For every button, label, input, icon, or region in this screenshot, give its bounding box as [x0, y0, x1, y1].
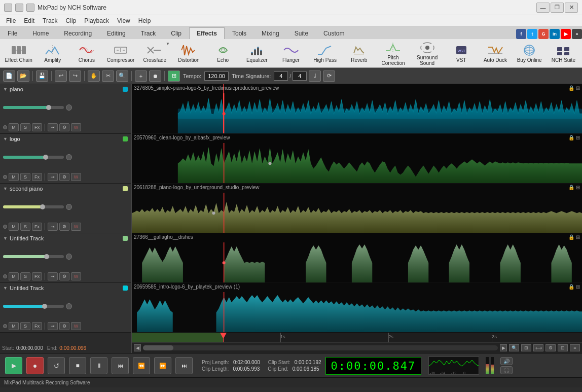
track-arrow-second-piano[interactable]: ▼ [3, 186, 8, 191]
solo-button-untitled-1[interactable]: S [20, 272, 30, 280]
effect-chain-button[interactable]: Effect Chain [2, 40, 35, 66]
track-volume-untitled-2[interactable] [3, 305, 64, 308]
scroll-right-button[interactable]: ▶ [500, 344, 507, 351]
menu-help[interactable]: Help [134, 16, 155, 25]
track-pan-knob-second-piano[interactable] [66, 204, 72, 210]
facebook-icon[interactable]: f [516, 29, 526, 39]
mute-button-second-piano[interactable]: M [9, 223, 19, 231]
redo-button[interactable]: ↪ [69, 70, 81, 82]
surround-sound-button[interactable]: Surround Sound [411, 40, 444, 66]
mute-button-piano[interactable]: M [9, 123, 19, 131]
more-button[interactable]: ≡ [570, 344, 580, 351]
record-button[interactable]: ● [26, 357, 44, 374]
menu-view[interactable]: View [113, 16, 134, 25]
zoom-in-button[interactable]: 🔍 [509, 344, 519, 351]
more-icon[interactable]: » [572, 29, 582, 39]
menu-playback[interactable]: Playback [80, 16, 113, 25]
track-pan-knob-untitled-2[interactable] [66, 303, 72, 309]
echo-button[interactable]: Echo [206, 40, 239, 66]
send-button-untitled-1[interactable]: ⇥ [48, 272, 58, 280]
highpass-button[interactable]: High Pass [309, 40, 342, 66]
crossfade-button[interactable]: Crossfade ▼ [138, 40, 171, 66]
settings-button-untitled-2[interactable]: ⚙ [59, 322, 69, 330]
mute-button-logo[interactable]: M [9, 173, 19, 181]
track-pan-knob-logo[interactable] [66, 154, 72, 160]
metronome-button[interactable]: ♩ [309, 70, 321, 82]
fx-button-logo[interactable]: Fx [32, 173, 42, 181]
nch-suite-button[interactable]: NCH Suite [547, 40, 580, 66]
scrollbar-track[interactable]: ◀ ▶ 🔍 ⊞ ⟷ ⚙ ⊟ ≡ [132, 343, 582, 353]
eq-button-untitled-1[interactable]: W [71, 272, 81, 280]
track-clip-logo[interactable]: 20570960_clean-logo_by_albasfx_preview 🔒… [132, 134, 582, 184]
solo-button-untitled-2[interactable]: S [20, 322, 30, 330]
settings-button-second-piano[interactable]: ⚙ [59, 223, 69, 231]
track-pan-knob-piano[interactable] [66, 104, 72, 111]
track-arrow-logo[interactable]: ▼ [3, 136, 8, 141]
time-sig-den[interactable] [293, 72, 307, 81]
maximize-button[interactable]: ❐ [551, 3, 564, 13]
settings-button-logo[interactable]: ⚙ [59, 173, 69, 181]
linkedin-icon[interactable]: in [550, 29, 560, 39]
distortion-button[interactable]: Distortion [172, 40, 205, 66]
track-pan-knob-untitled-1[interactable] [66, 254, 72, 260]
fx-button-untitled-1[interactable]: Fx [32, 272, 42, 280]
fit-button[interactable]: ⟷ [533, 344, 543, 351]
loop-button[interactable]: ↺ [48, 357, 65, 374]
send-button-second-piano[interactable]: ⇥ [48, 223, 58, 231]
time-sig-num[interactable] [274, 72, 288, 81]
tab-custom[interactable]: Custom [316, 27, 352, 39]
equalizer-button[interactable]: Equalizer [240, 40, 273, 66]
mute-button-untitled-1[interactable]: M [9, 272, 19, 280]
scroll-handle[interactable] [143, 345, 173, 350]
rewind-button[interactable]: ⏪ [133, 357, 150, 374]
scroll-track[interactable] [143, 345, 498, 350]
flanger-button[interactable]: Flanger [274, 40, 307, 66]
send-button-piano[interactable]: ⇥ [48, 123, 58, 131]
vst-button[interactable]: VST VST [445, 40, 478, 66]
track-arrow-untitled-2[interactable]: ▼ [3, 286, 8, 291]
tab-mixing[interactable]: Mixing [254, 27, 287, 39]
tab-recording[interactable]: Recording [56, 27, 99, 39]
auto-duck-button[interactable]: Auto Duck [479, 40, 512, 66]
compressor-button[interactable]: Compressor [104, 40, 137, 66]
settings-button-piano[interactable]: ⚙ [59, 123, 69, 131]
solo-button-second-piano[interactable]: S [20, 223, 30, 231]
rec-arm-button[interactable]: ⏺ [149, 70, 161, 82]
next-button[interactable]: ⏭ [175, 357, 193, 374]
track-clip-second-piano[interactable]: 20618288_piano-logo_by_underground_studi… [132, 184, 582, 233]
cut-tool[interactable]: ✂ [102, 70, 114, 82]
tab-tools[interactable]: Tools [225, 27, 254, 39]
forward-button[interactable]: ⏩ [154, 357, 171, 374]
fx-button-second-piano[interactable]: Fx [32, 223, 42, 231]
tab-editing[interactable]: Editing [99, 27, 133, 39]
youtube-icon[interactable]: ▶ [561, 29, 571, 39]
track-arrow-untitled-1[interactable]: ▼ [3, 236, 8, 241]
zoom-tool[interactable]: 🔍 [116, 70, 128, 82]
tab-suite[interactable]: Suite [287, 27, 316, 39]
mute-button-untitled-2[interactable]: M [9, 322, 19, 330]
track-volume-piano[interactable] [3, 106, 64, 109]
eq-button-second-piano[interactable]: W [71, 223, 81, 231]
eq-button-logo[interactable]: W [71, 173, 81, 181]
close-button[interactable]: ✕ [565, 3, 578, 13]
minimize-button[interactable]: — [536, 3, 550, 13]
crossfade-dropdown[interactable]: ▼ [166, 42, 170, 46]
snap-button[interactable]: ⊞ [168, 70, 180, 82]
sync-button[interactable]: ⟳ [323, 70, 335, 82]
menu-track[interactable]: Track [39, 16, 62, 25]
track-clip-untitled-1[interactable]: 27366__gallagho__dishes 🔒 ⊞ [132, 233, 582, 283]
play-button[interactable]: ▶ [5, 357, 22, 374]
expand-button[interactable]: ⊟ [558, 344, 568, 351]
amplify-button[interactable]: Amplify [36, 40, 69, 66]
new-button[interactable]: 📄 [3, 70, 15, 82]
tab-file[interactable]: File [0, 27, 25, 39]
open-button[interactable]: 📂 [17, 70, 29, 82]
add-track-button[interactable]: + [135, 70, 147, 82]
prev-button[interactable]: ⏮ [112, 357, 129, 374]
tab-effects[interactable]: Effects [189, 27, 225, 39]
select-tool[interactable]: ✋ [88, 70, 100, 82]
send-button-logo[interactable]: ⇥ [48, 173, 58, 181]
track-volume-second-piano[interactable] [3, 205, 64, 208]
menu-clip[interactable]: Clip [62, 16, 81, 25]
pitch-correction-button[interactable]: Pitch Correction [377, 40, 410, 66]
